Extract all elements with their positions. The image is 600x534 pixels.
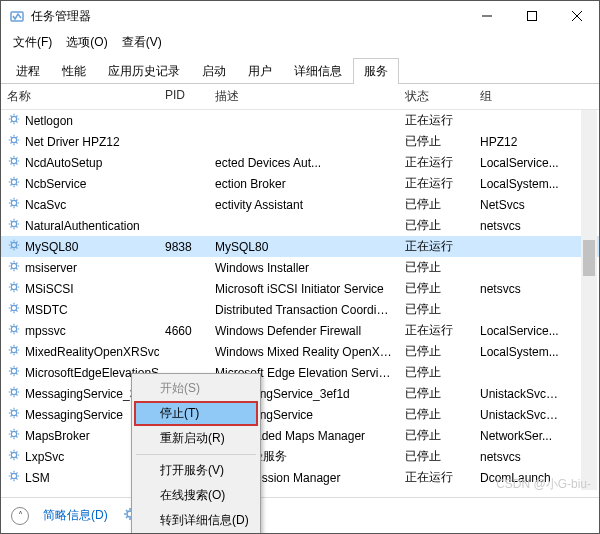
table-row[interactable]: MySQL809838MySQL80正在运行 (1, 236, 599, 257)
tab-2[interactable]: 应用历史记录 (97, 58, 191, 84)
context-menu: 开始(S) 停止(T) 重新启动(R) 打开服务(V) 在线搜索(O) 转到详细… (131, 373, 261, 534)
ctx-open-services[interactable]: 打开服务(V) (134, 458, 258, 483)
svc-pid: 9838 (159, 236, 209, 258)
table-row[interactable]: NcbServiceection Broker正在运行LocalSystem..… (1, 173, 599, 194)
svg-point-16 (11, 410, 16, 415)
tab-5[interactable]: 详细信息 (283, 58, 353, 84)
menu-view[interactable]: 查看(V) (116, 32, 168, 53)
svc-group (474, 369, 569, 377)
maximize-button[interactable] (509, 1, 554, 31)
table-row[interactable]: NcaSvcectivity Assistant已停止NetSvcs (1, 194, 599, 215)
header-status[interactable]: 状态 (399, 84, 474, 109)
table-row[interactable]: MSiSCSIMicrosoft iSCSI Initiator Service… (1, 278, 599, 299)
header-desc[interactable]: 描述 (209, 84, 399, 109)
svc-pid (159, 159, 209, 167)
svg-point-6 (11, 200, 16, 205)
ctx-search-online[interactable]: 在线搜索(O) (134, 483, 258, 508)
footer: ˄ 简略信息(D) 打开服务 (1, 497, 599, 533)
header-name[interactable]: 名称 (1, 84, 159, 109)
tab-0[interactable]: 进程 (5, 58, 51, 84)
svc-name: LxpSvc (25, 450, 64, 464)
svc-pid (159, 117, 209, 125)
table-row[interactable]: LxpSvc语言体验服务已停止netsvcs (1, 446, 599, 467)
svc-group: HPZ12 (474, 131, 569, 153)
svc-group: netsvcs (474, 446, 569, 468)
svc-name: Net Driver HPZ12 (25, 135, 120, 149)
svc-name: MixedRealityOpenXRSvc (25, 345, 159, 359)
table-row[interactable]: msiserverWindows Installer已停止 (1, 257, 599, 278)
svc-group: LocalService... (474, 152, 569, 174)
svc-name: NaturalAuthentication (25, 219, 140, 233)
svc-desc (209, 222, 399, 230)
table-row[interactable]: MessagingServiceMessagingService已停止Unist… (1, 404, 599, 425)
service-list: Netlogon正在运行Net Driver HPZ12已停止HPZ12NcdA… (1, 110, 599, 490)
gear-icon (7, 217, 21, 234)
table-row[interactable]: MixedRealityOpenXRSvcWindows Mixed Reali… (1, 341, 599, 362)
brief-info-link[interactable]: 简略信息(D) (43, 507, 108, 524)
svc-pid (159, 306, 209, 314)
svc-group: netsvcs (474, 215, 569, 237)
svg-point-7 (11, 221, 16, 226)
tab-1[interactable]: 性能 (51, 58, 97, 84)
svg-point-19 (11, 473, 16, 478)
svc-pid (159, 222, 209, 230)
table-row[interactable]: MSDTCDistributed Transaction Coordina...… (1, 299, 599, 320)
scrollbar-thumb[interactable] (583, 240, 595, 276)
ctx-stop[interactable]: 停止(T) (134, 401, 258, 426)
menu-file[interactable]: 文件(F) (7, 32, 58, 53)
svc-desc: Windows Defender Firewall (209, 320, 399, 342)
gear-icon (7, 385, 21, 402)
gear-icon (7, 280, 21, 297)
table-row[interactable]: MicrosoftEdgeElevationS...Microsoft Edge… (1, 362, 599, 383)
ctx-goto-details[interactable]: 转到详细信息(D) (134, 508, 258, 533)
svg-point-4 (11, 158, 16, 163)
svg-point-11 (11, 305, 16, 310)
watermark: CSDN @小G-biu- (496, 476, 591, 493)
svc-group: LocalSystem... (474, 341, 569, 363)
minimize-button[interactable] (464, 1, 509, 31)
header-group[interactable]: 组 (474, 84, 569, 109)
close-button[interactable] (554, 1, 599, 31)
svc-name: MSDTC (25, 303, 68, 317)
table-row[interactable]: Netlogon正在运行 (1, 110, 599, 131)
titlebar: 任务管理器 (1, 1, 599, 31)
svc-pid (159, 138, 209, 146)
svc-group (474, 306, 569, 314)
ctx-separator (136, 454, 256, 455)
svc-group: NetworkSer... (474, 425, 569, 447)
tab-6[interactable]: 服务 (353, 58, 399, 84)
svc-name: MessagingService (25, 408, 123, 422)
svc-name: Netlogon (25, 114, 73, 128)
svc-desc: ectivity Assistant (209, 194, 399, 216)
table-row[interactable]: mpssvc4660Windows Defender Firewall正在运行L… (1, 320, 599, 341)
svc-name: mpssvc (25, 324, 66, 338)
gear-icon (7, 364, 21, 381)
svc-pid (159, 180, 209, 188)
header-pid[interactable]: PID (159, 84, 209, 109)
table-row[interactable]: MessagingService_3ef1dMessagingService_3… (1, 383, 599, 404)
svc-group: LocalSystem... (474, 173, 569, 195)
menu-options[interactable]: 选项(O) (60, 32, 113, 53)
scrollbar[interactable] (581, 110, 597, 490)
table-row[interactable]: NcdAutoSetupected Devices Aut...正在运行Loca… (1, 152, 599, 173)
svc-pid (159, 285, 209, 293)
svc-name: NcaSvc (25, 198, 66, 212)
svc-name: MapsBroker (25, 429, 90, 443)
expand-chevron-icon[interactable]: ˄ (11, 507, 29, 525)
table-row[interactable]: Net Driver HPZ12已停止HPZ12 (1, 131, 599, 152)
gear-icon (7, 175, 21, 192)
svg-point-18 (11, 452, 16, 457)
gear-icon (7, 469, 21, 486)
gear-icon (7, 112, 21, 129)
table-row[interactable]: MapsBrokerDownloaded Maps Manager已停止Netw… (1, 425, 599, 446)
svc-pid (159, 348, 209, 356)
table-row[interactable]: NaturalAuthentication已停止netsvcs (1, 215, 599, 236)
gear-icon (7, 301, 21, 318)
ctx-restart[interactable]: 重新启动(R) (134, 426, 258, 451)
svc-group (474, 243, 569, 251)
svc-name: NcbService (25, 177, 86, 191)
tab-4[interactable]: 用户 (237, 58, 283, 84)
gear-icon (7, 238, 21, 255)
tab-3[interactable]: 启动 (191, 58, 237, 84)
svc-group: UnistackSvcG... (474, 404, 569, 426)
